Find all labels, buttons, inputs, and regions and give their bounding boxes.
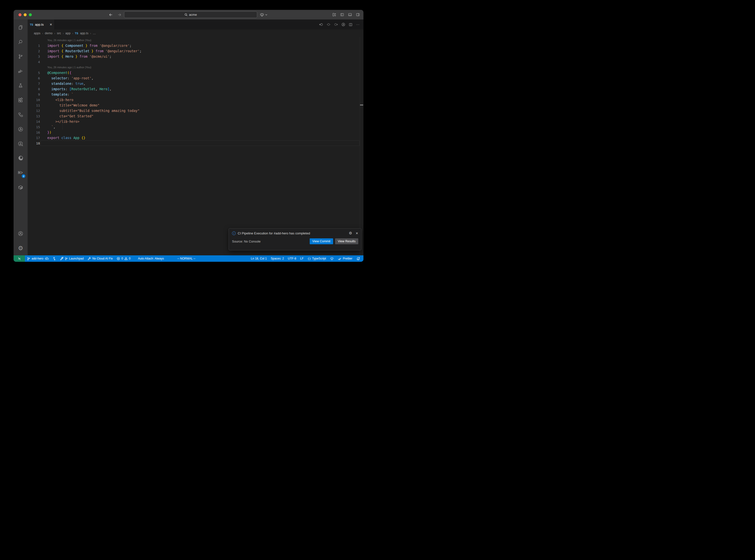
copilot-menu[interactable] [260, 12, 267, 17]
notification-toast: i CI Pipeline Execution for #add-hero ha… [229, 228, 361, 251]
commits-status-item[interactable] [51, 255, 57, 262]
launchpad-status-item[interactable]: Launchpad [58, 255, 85, 262]
prettier-status-item[interactable]: Prettier [336, 255, 354, 262]
zoom-window-button[interactable] [29, 13, 32, 16]
navigate-forward-icon[interactable] [117, 13, 122, 17]
sidebar-item-type-hierarchy[interactable] [14, 107, 27, 122]
title-bar: acme [14, 10, 363, 19]
notification-settings-icon[interactable]: ⚙ [349, 231, 352, 235]
explorer-icon [18, 25, 23, 30]
toggle-panel-icon[interactable] [348, 13, 352, 17]
breadcrumb-item-file[interactable]: app.ts [80, 32, 88, 35]
sidebar-item-nx-console[interactable]: N 2 [14, 166, 27, 180]
account-icon [18, 231, 23, 236]
breadcrumb-item-app[interactable]: app [65, 32, 71, 35]
code-row: 8 imports: [RouterOutlet, Hero], [27, 86, 359, 92]
sidebar-item-testing[interactable] [14, 78, 27, 93]
sidebar-item-project-graph[interactable] [14, 122, 27, 137]
overview-ruler[interactable] [360, 37, 363, 255]
git-branch-small-icon [65, 257, 68, 260]
sidebar-item-run-debug[interactable] [14, 64, 27, 78]
code-row: 3import { Hero } from '@acme/ui'; [27, 54, 359, 59]
encoding-item[interactable]: UTF-8 [286, 255, 298, 262]
cursor-position-item[interactable]: Ln 18, Col 1 [249, 255, 268, 262]
sidebar-item-search[interactable] [14, 35, 27, 49]
close-window-button[interactable] [19, 13, 21, 16]
containers-icon [18, 185, 23, 190]
typescript-file-icon: TS [75, 32, 78, 35]
toggle-secondary-sidebar-icon[interactable] [356, 13, 360, 17]
remote-indicator[interactable] [14, 255, 25, 262]
chevron-down-icon [265, 14, 267, 16]
code-row: 15 `, [27, 124, 359, 129]
nx-badge: 2 [22, 174, 25, 178]
nx-cloud-ai-fix-item[interactable]: Nx Cloud AI Fix [86, 255, 114, 262]
close-tab-icon[interactable]: ✕ [49, 23, 52, 26]
eol-item[interactable]: LF [299, 255, 305, 262]
vim-mode-item[interactable]: -- NORMAL -- [176, 255, 197, 262]
notification-close-icon[interactable]: ✕ [356, 232, 358, 235]
search-icon [184, 13, 187, 16]
breadcrumb-item-demo[interactable]: demo [45, 32, 53, 35]
command-center-search[interactable]: acme [124, 11, 257, 18]
view-results-button[interactable]: View Results [335, 238, 358, 244]
breadcrumb-item-symbol[interactable]: … [93, 32, 96, 35]
branch-status-item[interactable]: add-hero [25, 255, 50, 262]
split-editor-icon[interactable] [349, 23, 353, 27]
accounts-button[interactable] [14, 226, 27, 241]
blame-row: You, 26 minutes ago | 1 author (You) [27, 65, 359, 70]
code-row: 4 [27, 59, 359, 65]
customize-layout-icon[interactable] [332, 13, 336, 17]
sidebar-item-containers[interactable] [14, 180, 27, 195]
code-row: 17export class App {} [27, 135, 359, 140]
code-row: 11 title="Welcmoe demo" [27, 102, 359, 108]
code-editor[interactable]: You, 26 minutes ago | 1 author (You)1imp… [27, 37, 363, 255]
chevron-right-icon: › [63, 32, 64, 35]
notification-source: Source: Nx Console [232, 240, 261, 243]
minimize-window-button[interactable] [24, 13, 27, 16]
more-actions-icon[interactable] [356, 23, 360, 27]
chevron-right-icon: › [54, 32, 55, 35]
sidebar-item-source-control[interactable] [14, 49, 27, 64]
indentation-item[interactable]: Spaces: 2 [269, 255, 285, 262]
sidebar-item-extensions[interactable] [14, 93, 27, 107]
sidebar-item-explorer[interactable] [14, 20, 27, 35]
view-commit-button[interactable]: View Commit [310, 238, 333, 244]
copilot-status-item[interactable] [329, 255, 335, 262]
code-row: 9 template: ` [27, 92, 359, 97]
copilot-icon [330, 257, 334, 261]
breadcrumb-item-apps[interactable]: apps [34, 32, 40, 35]
code-row: 7 standalone: true, [27, 81, 359, 86]
code-row: 6 selector: 'app-root', [27, 75, 359, 81]
navigate-forward-circle-icon[interactable] [334, 23, 338, 26]
chevron-right-icon: › [90, 32, 91, 35]
sidebar-item-edge-browser[interactable] [14, 151, 27, 166]
testing-beaker-icon [18, 83, 23, 88]
record-circle-icon[interactable] [326, 23, 331, 26]
status-bar: add-hero Launchpad Nx Cloud AI Fix 0 0 [14, 255, 363, 262]
settings-button[interactable]: ⚙ [14, 241, 27, 255]
project-graph-search-icon [18, 141, 23, 147]
sidebar-item-project-graph-search[interactable] [14, 137, 27, 151]
indentation-label: Spaces: 2 [271, 257, 284, 260]
activity-bar: N 2 ⚙ [14, 19, 27, 255]
breadcrumb-item-src[interactable]: src [57, 32, 61, 35]
notifications-bell-item[interactable] [355, 255, 361, 262]
project-graph-icon [18, 126, 23, 132]
problems-status-item[interactable]: 0 0 [115, 255, 132, 262]
double-check-icon [338, 257, 341, 260]
toggle-primary-sidebar-icon[interactable] [340, 13, 344, 17]
auto-attach-item[interactable]: Auto Attach: Always [137, 255, 165, 262]
search-view-icon [18, 39, 23, 45]
edge-browser-icon [18, 155, 24, 162]
language-mode-item[interactable]: {} TypeScript [306, 255, 327, 262]
navigate-back-circle-icon[interactable] [319, 23, 323, 26]
language-label: TypeScript [312, 257, 326, 260]
blame-row: You, 26 minutes ago | 1 author (You) [27, 38, 359, 43]
search-value: acme [189, 13, 197, 17]
tab-app-ts[interactable]: TS app.ts ✕ [27, 19, 55, 29]
rocket-icon [60, 257, 64, 261]
code-row: 16}) [27, 129, 359, 135]
navigate-back-icon[interactable] [108, 13, 113, 17]
graph-circle-icon[interactable] [341, 22, 345, 27]
